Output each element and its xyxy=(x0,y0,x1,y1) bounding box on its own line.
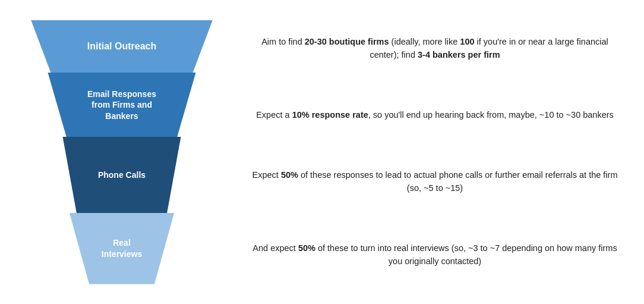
description-email-responses-text: Expect a 10% response rate, so you'll en… xyxy=(250,109,620,122)
description-initial-outreach-text: Aim to find 20-30 boutique firms (ideall… xyxy=(250,36,620,62)
description-real-interviews-text: And expect 50% of these to turn into rea… xyxy=(250,242,620,268)
description-email-responses: Expect a 10% response rate, so you'll en… xyxy=(250,109,620,122)
funnel-step-real-interviews: Real Interviews xyxy=(64,213,180,284)
funnel-label-phone-calls: Phone Calls xyxy=(98,170,146,180)
description-phone-calls: Expect 50% of these responses to lead to… xyxy=(250,169,620,195)
funnel-label-real-interviews: Real Interviews xyxy=(102,237,142,259)
funnel-section: Initial Outreach Email Responses from Fi… xyxy=(12,7,232,298)
description-section: Aim to find 20-30 boutique firms (ideall… xyxy=(232,7,632,298)
main-container: Initial Outreach Email Responses from Fi… xyxy=(0,0,644,304)
funnel-step-initial-outreach: Initial Outreach xyxy=(21,20,223,74)
description-initial-outreach: Aim to find 20-30 boutique firms (ideall… xyxy=(250,36,620,62)
funnel-diagram: Initial Outreach Email Responses from Fi… xyxy=(15,10,229,295)
funnel-label-email-responses: Email Responses from Firms and Bankers xyxy=(87,89,156,121)
funnel-step-email-responses: Email Responses from Firms and Bankers xyxy=(36,73,208,138)
description-real-interviews: And expect 50% of these to turn into rea… xyxy=(250,242,620,268)
description-phone-calls-text: Expect 50% of these responses to lead to… xyxy=(250,169,620,195)
funnel-label-initial-outreach: Initial Outreach xyxy=(87,40,156,53)
funnel-step-phone-calls: Phone Calls xyxy=(52,137,192,214)
